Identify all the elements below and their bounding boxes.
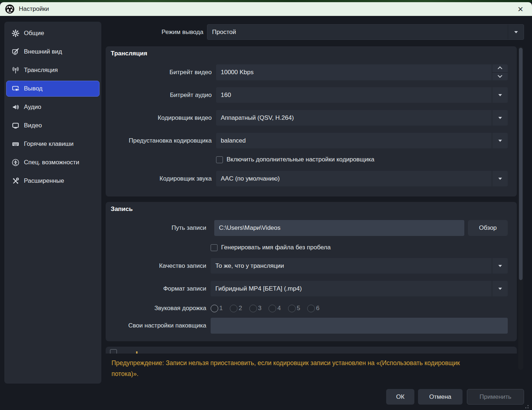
settings-window-body: Общие Внешний вид Трансляци: [0, 16, 532, 410]
sidebar-item-output[interactable]: Вывод: [6, 81, 100, 97]
speaker-icon: [11, 103, 20, 111]
gear-icon: [11, 29, 20, 38]
advanced-encoder-settings-row: Включить дополнительные настройки кодиро…: [216, 156, 375, 164]
sidebar-item-general[interactable]: Общие: [6, 25, 100, 41]
scrollbar-thumb[interactable]: [519, 48, 523, 280]
video-bitrate-row: Битрейт видео 10000 Kbps: [106, 64, 508, 80]
video-bitrate-label: Битрейт видео: [106, 69, 216, 76]
audio-encoder-row: Кодировщик звука AAC (по умолчанию): [106, 171, 508, 186]
recording-path-row: Путь записи C:\Users\Мари\Videos Обзор: [106, 220, 508, 236]
audio-track-radio-4[interactable]: [269, 305, 276, 312]
broadcast-icon: [11, 66, 20, 75]
audio-track-row: Звуковая дорожка 1 2 3 4 5 6: [106, 304, 508, 312]
output-camera-icon: [11, 84, 20, 93]
display-pencil-icon: [11, 47, 20, 56]
video-bitrate-spinner[interactable]: 10000 Kbps: [216, 64, 508, 80]
recording-quality-row: Качество записи То же, что у трансляции: [106, 258, 508, 274]
output-mode-select[interactable]: Простой: [207, 24, 524, 40]
audio-track-radio-2[interactable]: [230, 305, 237, 312]
no-space-filename-label: Генерировать имя файла без пробела: [221, 244, 331, 251]
recording-quality-label: Качество записи: [106, 262, 211, 270]
monitor-icon: [11, 121, 20, 130]
video-encoder-select[interactable]: Аппаратный (QSV, H.264): [216, 110, 508, 126]
apply-button[interactable]: Применить: [467, 389, 524, 405]
warning-text: Предупреждение: Записи нельзя приостанов…: [111, 358, 486, 379]
audio-encoder-select[interactable]: AAC (по умолчанию): [216, 171, 508, 186]
sidebar-item-audio[interactable]: Аудио: [6, 99, 100, 115]
titlebar: Настройки ×: [0, 2, 532, 16]
sidebar-item-label: Аудио: [24, 103, 41, 111]
resize-grip[interactable]: [524, 404, 529, 409]
recording-format-select[interactable]: Гибридный MP4 [БЕТА] (.mp4): [211, 281, 508, 296]
recording-path-input[interactable]: C:\Users\Мари\Videos: [214, 220, 464, 236]
audio-track-radio-3[interactable]: [249, 305, 257, 312]
spin-up-button[interactable]: [492, 64, 508, 72]
video-encoder-row: Кодировщик видео Аппаратный (QSV, H.264): [106, 110, 508, 126]
chevron-down-icon: [492, 258, 508, 274]
chevron-down-icon: [492, 87, 508, 103]
audio-track-radio-5[interactable]: [288, 305, 296, 312]
recording-section-title: Запись: [111, 206, 133, 213]
no-space-filename-row: Генерировать имя файла без пробела: [211, 244, 331, 252]
audio-track-radio-1[interactable]: [211, 305, 218, 312]
output-mode-label: Режим вывода: [106, 24, 203, 40]
no-space-filename-checkbox[interactable]: [211, 244, 218, 251]
encoder-preset-row: Предустановка кодировщика balanced: [106, 133, 508, 148]
settings-sidebar: Общие Внешний вид Трансляци: [4, 22, 101, 384]
sidebar-item-label: Видео: [24, 122, 42, 129]
audio-track-label: Звуковая дорожка: [106, 305, 211, 312]
cancel-button[interactable]: Отмена: [418, 389, 463, 405]
audio-bitrate-row: Битрейт аудио 160: [106, 87, 508, 103]
sidebar-item-appearance[interactable]: Внешний вид: [6, 44, 100, 60]
accessibility-icon: [11, 158, 20, 167]
audio-encoder-label: Кодировщик звука: [106, 175, 216, 182]
advanced-encoder-settings-label: Включить дополнительные настройки кодиро…: [227, 156, 375, 163]
obs-logo-icon: [5, 4, 14, 14]
sidebar-item-label: Вывод: [24, 85, 42, 92]
recording-path-label: Путь записи: [106, 224, 211, 232]
audio-bitrate-label: Битрейт аудио: [106, 92, 216, 99]
ok-button[interactable]: ОК: [386, 389, 414, 405]
sidebar-item-video[interactable]: Видео: [6, 118, 100, 134]
sidebar-item-stream[interactable]: Трансляция: [6, 62, 100, 78]
chevron-down-icon: [492, 110, 508, 126]
sidebar-item-label: Расширенные: [24, 177, 64, 185]
clipped-section: [106, 347, 517, 354]
sidebar-item-label: Общие: [24, 30, 44, 37]
close-icon[interactable]: ×: [513, 2, 528, 16]
clipped-icon: [136, 351, 138, 354]
chevron-down-icon: [508, 25, 524, 39]
audio-track-radio-6[interactable]: [307, 305, 315, 312]
window-title: Настройки: [19, 5, 49, 13]
browse-button[interactable]: Обзор: [468, 220, 508, 236]
recording-section: Запись Путь записи C:\Users\Мари\Videos …: [106, 202, 517, 341]
audio-bitrate-select[interactable]: 160: [216, 87, 508, 103]
chevron-down-icon: [492, 133, 508, 148]
sidebar-item-label: Горячие клавиши: [24, 140, 73, 148]
clipped-checkbox[interactable]: [110, 349, 117, 354]
spin-down-button[interactable]: [492, 72, 508, 81]
sidebar-item-label: Внешний вид: [24, 48, 62, 55]
stream-section: Трансляция Битрейт видео 10000 Kbps Битр…: [106, 46, 517, 196]
sidebar-item-advanced[interactable]: Расширенные: [6, 173, 100, 189]
muxer-settings-label: Свои настройки паковщика: [106, 322, 211, 329]
keyboard-icon: [11, 140, 20, 148]
sidebar-item-label: Трансляция: [24, 67, 58, 74]
encoder-preset-select[interactable]: balanced: [216, 133, 508, 148]
stream-section-title: Трансляция: [111, 50, 147, 57]
encoder-preset-label: Предустановка кодировщика: [106, 137, 216, 144]
recording-quality-select[interactable]: То же, что у трансляции: [211, 258, 508, 274]
sidebar-item-label: Спец. возможности: [24, 159, 79, 166]
recording-format-label: Формат записи: [106, 285, 211, 292]
sidebar-item-hotkeys[interactable]: Горячие клавиши: [6, 136, 100, 152]
recording-format-row: Формат записи Гибридный MP4 [БЕТА] (.mp4…: [106, 281, 508, 296]
tools-icon: [11, 177, 20, 185]
chevron-down-icon: [492, 281, 508, 296]
muxer-settings-row: Свои настройки паковщика: [106, 318, 508, 334]
chevron-down-icon: [492, 171, 508, 186]
chevron-down-icon: [498, 73, 502, 78]
video-encoder-label: Кодировщик видео: [106, 114, 216, 122]
advanced-encoder-settings-checkbox[interactable]: [216, 156, 223, 163]
muxer-settings-input[interactable]: [211, 318, 508, 334]
sidebar-item-accessibility[interactable]: Спец. возможности: [6, 155, 100, 170]
